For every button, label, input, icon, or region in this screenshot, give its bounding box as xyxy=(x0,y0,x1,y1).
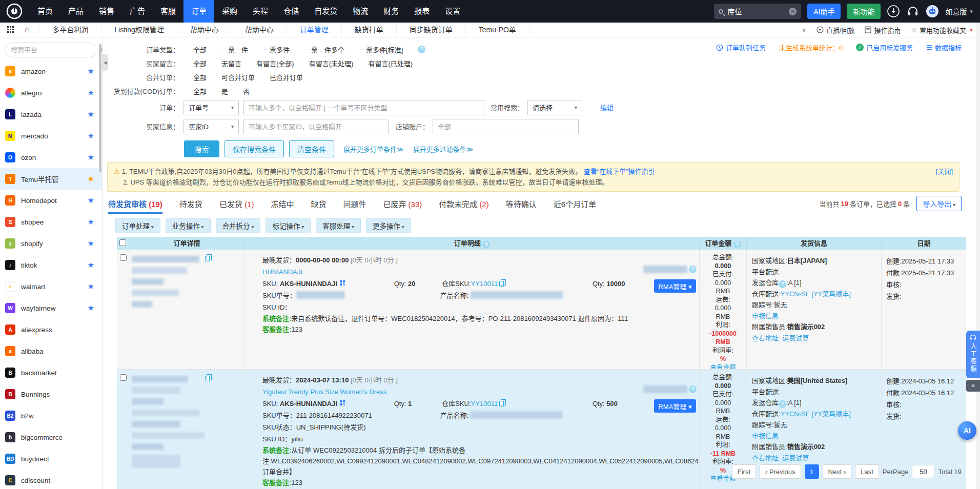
operation-guide-link[interactable]: 操作指南 xyxy=(865,25,901,35)
status-tab[interactable]: 缺货 xyxy=(311,198,326,214)
sidebar-platform-shopee[interactable]: Sshopee★ xyxy=(0,211,102,233)
filter-option[interactable]: 一票多件 xyxy=(263,45,290,54)
status-tab[interactable]: 待发货 xyxy=(179,198,202,214)
status-tab[interactable]: 问题件 xyxy=(343,198,366,214)
favorite-star-icon[interactable]: ★ xyxy=(88,217,94,227)
filter-option[interactable]: 全部 xyxy=(193,45,207,54)
human-service-tab[interactable]: 人工客服 xyxy=(966,331,980,378)
search-button[interactable]: 搜索 xyxy=(184,140,219,157)
freight-calc-link[interactable]: 运费试算 xyxy=(782,334,809,342)
workspace-tab[interactable]: 同步缺货订单 xyxy=(397,23,466,37)
sidebar-platform-amazon[interactable]: aamazon★ xyxy=(0,60,102,82)
filter-option[interactable]: 无留言 xyxy=(221,58,241,68)
sidebar-platform-alibaba[interactable]: aalibaba xyxy=(0,340,102,362)
sidebar-platform-shopify[interactable]: sshopify★ xyxy=(0,233,102,254)
help-icon[interactable]: ? xyxy=(779,280,786,288)
common-search-select[interactable]: 请选择 xyxy=(527,100,582,115)
top-menu-item[interactable]: 广告 xyxy=(122,0,153,23)
batch-action-button[interactable]: 业务操作 xyxy=(166,218,211,233)
filter-option[interactable]: 已合并订单 xyxy=(270,72,303,82)
clear-conditions-button[interactable]: 清空条件 xyxy=(289,140,334,157)
perpage-input[interactable] xyxy=(912,465,934,478)
sidebar-platform-mercado[interactable]: Mmercado★ xyxy=(0,125,102,147)
ai-fab-button[interactable]: AI xyxy=(958,421,976,440)
sku-grid-icon[interactable] xyxy=(340,280,345,286)
close-notice-link[interactable]: [关闭] xyxy=(936,166,953,177)
sidebar-platform-cdiscount[interactable]: Ccdiscount xyxy=(0,470,102,489)
top-menu-item[interactable]: 头程 xyxy=(245,0,276,23)
sidebar-scrollbar[interactable] xyxy=(99,44,101,172)
last-page-button[interactable]: Last xyxy=(855,464,879,479)
apps-grid-icon[interactable] xyxy=(7,26,14,33)
buyer-id-input[interactable]: 可输入多个买家ID，以空格隔开 xyxy=(243,119,389,134)
download-icon[interactable] xyxy=(887,5,900,18)
sidebar-platform-b2w[interactable]: B2b2w xyxy=(0,405,102,426)
headset-icon[interactable] xyxy=(906,5,920,18)
top-menu-item[interactable]: 采购 xyxy=(214,0,245,23)
copy-icon[interactable] xyxy=(499,401,504,406)
copy-icon[interactable] xyxy=(205,376,210,381)
top-menu-item[interactable]: 产品 xyxy=(60,0,91,23)
product-title-link[interactable]: HUNIANDAJI xyxy=(262,266,699,278)
favorite-star-icon[interactable]: ★ xyxy=(88,260,94,270)
favorite-star-icon[interactable]: ★ xyxy=(88,110,94,119)
sidebar-platform-Bunnings[interactable]: BBunnings xyxy=(0,383,102,405)
filter-option[interactable]: 可合并订单 xyxy=(221,72,255,82)
shop-account-input[interactable]: 全部 xyxy=(433,119,579,134)
top-menu-item[interactable]: 销售 xyxy=(91,0,122,23)
save-search-button[interactable]: 保存搜索条件 xyxy=(224,140,284,157)
view-address-link[interactable]: 查看地址 xyxy=(752,334,779,342)
filter-option[interactable]: 有留言(全部) xyxy=(256,58,294,68)
freight-calc-link[interactable]: 运费试算 xyxy=(782,454,809,462)
batch-action-button[interactable]: 订单处理 xyxy=(115,218,160,233)
ai-assistant-button[interactable]: AI助手 xyxy=(807,4,841,19)
sidebar-platform-Homedepot[interactable]: HHomedepot★ xyxy=(0,190,102,211)
page-1-button[interactable]: 1 xyxy=(805,464,819,479)
clear-search-icon[interactable]: ✕ xyxy=(789,8,797,15)
status-tab[interactable]: 待发货审核 (19) xyxy=(108,198,162,214)
view-address-link[interactable]: 查看地址 xyxy=(752,454,779,462)
sidebar-platform-Temu半托管[interactable]: TTemu半托管★ xyxy=(0,168,102,190)
first-page-button[interactable]: First xyxy=(732,464,756,479)
filter-option[interactable]: 全部 xyxy=(193,72,207,82)
page-scrollbar[interactable] xyxy=(976,23,980,489)
import-export-button[interactable]: 导入导出 xyxy=(916,196,962,211)
workspace-tab[interactable]: 多平台利润 xyxy=(39,23,101,37)
filter-option[interactable]: 否 xyxy=(243,86,250,96)
favorite-star-icon[interactable]: ★ xyxy=(88,174,94,184)
next-page-button[interactable]: Next › xyxy=(823,464,852,479)
copy-icon[interactable] xyxy=(499,281,504,287)
top-menu-item[interactable]: 财务 xyxy=(376,0,406,23)
sidebar-platform-allegro[interactable]: allegro★ xyxy=(0,82,102,104)
favorite-star-icon[interactable]: ★ xyxy=(88,196,94,205)
declare-info-link[interactable]: 申报信息 xyxy=(752,432,779,440)
online-order-guide-link[interactable]: 查看“在线下单”操作指引 xyxy=(584,168,655,175)
warehouse-delivery-link[interactable]: YYCN-SF [YY菜鸟顺丰] xyxy=(781,410,851,418)
top-menu-item[interactable]: 报表 xyxy=(406,0,437,23)
user-avatar[interactable] xyxy=(926,5,939,18)
filter-option[interactable]: 一票一件多个 xyxy=(304,45,344,54)
help-icon[interactable]: ? xyxy=(689,385,697,393)
help-icon[interactable]: ? xyxy=(418,46,425,53)
expand-order-conditions-link[interactable]: 展开更多订单条件≫ xyxy=(343,144,404,154)
help-icon[interactable]: ? xyxy=(733,241,741,249)
favorites-menu[interactable]: ☆ 常用功能收藏夹 ▼ xyxy=(911,25,974,35)
filter-option[interactable]: 全部 xyxy=(193,86,207,96)
top-menu-item[interactable]: 自发货 xyxy=(307,0,345,23)
status-tab[interactable]: 付款未完成 (2) xyxy=(439,198,489,214)
workspace-tab[interactable]: 缺货打单 xyxy=(342,23,397,37)
favorite-star-icon[interactable]: ★ xyxy=(88,282,94,291)
rma-manage-button[interactable]: RMA管理 ▾ xyxy=(654,399,696,413)
sidebar-platform-backmarket[interactable]: Bbackmarket xyxy=(0,362,102,383)
favorite-star-icon[interactable]: ★ xyxy=(88,131,94,140)
filter-option[interactable]: 一票一件 xyxy=(221,45,248,54)
edit-common-search-link[interactable]: 编辑 xyxy=(600,103,614,112)
label-service-link[interactable]: ✓ 已启用标发服务 xyxy=(856,43,913,52)
view-amount-link[interactable]: 查看金额 xyxy=(710,364,736,370)
workspace-tab[interactable]: 帮助中心 xyxy=(177,23,232,37)
top-menu-item[interactable]: 首页 xyxy=(30,0,60,23)
workspace-tab[interactable]: 帮助中心 xyxy=(232,23,287,37)
expand-filter-conditions-link[interactable]: 展开更多过滤条件≫ xyxy=(413,144,474,154)
global-search-input[interactable]: 库位 ✕ xyxy=(714,4,801,19)
version-selector[interactable]: 如意版 ▾ xyxy=(945,6,973,16)
